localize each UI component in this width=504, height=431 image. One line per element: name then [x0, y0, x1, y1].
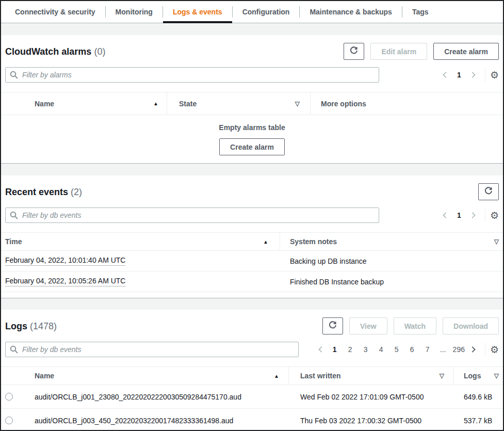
search-icon [10, 71, 18, 81]
log-size-cell: 649.6 kB [454, 393, 503, 401]
tab-connectivity-security[interactable]: Connectivity & security [5, 1, 105, 23]
page-number-button[interactable]: 4 [376, 343, 387, 356]
page-number-button[interactable]: 1 [453, 209, 465, 221]
page-number-button[interactable]: 1 [453, 69, 465, 81]
sortable-icon: ▽ [494, 372, 499, 379]
logs-table: Name ▲ Last written ▽ Logs ▽ audit/ORCLB… [1, 366, 503, 430]
events-count: (2) [71, 187, 82, 197]
column-header-name[interactable]: Name ▲ [1, 92, 167, 115]
event-row: February 04, 2022, 10:05:26 AM UTC Finis… [1, 272, 503, 292]
event-time-cell: February 04, 2022, 10:05:26 AM UTC [1, 277, 280, 286]
page-number-button[interactable]: 2 [345, 343, 356, 356]
alarms-count: (0) [94, 46, 105, 57]
events-refresh-button[interactable] [478, 183, 499, 200]
column-header-last-written[interactable]: Last written ▽ [289, 367, 454, 385]
events-filter [5, 207, 379, 223]
column-header-system-notes[interactable]: System notes ▽ [280, 233, 503, 250]
log-row: audit/ORCLB_j001_23080_20220202220030509… [1, 385, 503, 409]
tab-configuration[interactable]: Configuration [233, 1, 300, 23]
event-time-value[interactable]: February 04, 2022, 10:05:26 AM UTC [5, 277, 125, 286]
edit-alarm-button[interactable]: Edit alarm [370, 43, 427, 60]
event-note-cell: Backing up DB instance [280, 257, 503, 265]
events-section-title: Recent events (2) [5, 183, 82, 198]
sort-ascending-icon: ▲ [153, 101, 158, 106]
logs-title-text: Logs [5, 321, 27, 331]
selection-column-header [1, 367, 22, 385]
sortable-icon: ▽ [494, 238, 499, 245]
logs-section: Logs (1478) View Watch Download [1, 310, 503, 430]
previous-page-icon[interactable] [439, 209, 451, 221]
logs-filter-input[interactable] [5, 342, 299, 357]
view-log-button[interactable]: View [349, 317, 387, 334]
logs-section-title: Logs (1478) [5, 317, 57, 332]
next-page-icon[interactable] [467, 209, 479, 221]
tab-logs-events[interactable]: Logs & events [163, 1, 232, 23]
alarms-section-title: CloudWatch alarms (0) [5, 43, 105, 57]
log-select-cell [1, 417, 22, 424]
column-header-state[interactable]: State ▽ [167, 92, 311, 115]
events-title-text: Recent events [5, 187, 68, 197]
page-number-button[interactable]: 1 [329, 343, 340, 356]
create-alarm-button[interactable]: Create alarm [433, 43, 499, 60]
log-last-written-cell: Wed Feb 02 2022 17:01:09 GMT-0500 [289, 393, 454, 401]
sort-ascending-icon: ▲ [274, 373, 279, 379]
event-time-value[interactable]: February 04, 2022, 10:01:40 AM UTC [5, 256, 125, 266]
column-header-logs[interactable]: Logs ▽ [454, 367, 503, 385]
rds-detail-page: Connectivity & security Monitoring Logs … [0, 0, 504, 431]
page-ellipsis: ... [437, 343, 449, 356]
event-time-cell: February 04, 2022, 10:01:40 AM UTC [1, 256, 280, 266]
watch-log-button[interactable]: Watch [394, 317, 436, 334]
refresh-icon [350, 46, 358, 56]
column-header-more-options: More options [311, 92, 503, 115]
column-header-name[interactable]: Name ▲ [22, 367, 289, 385]
logs-pagination: 1 2 3 4 5 6 7 ... 296 ⚙ [315, 343, 499, 356]
previous-page-icon[interactable] [439, 69, 451, 81]
row-radio-button[interactable] [5, 393, 13, 401]
settings-gear-icon[interactable]: ⚙ [490, 211, 499, 220]
settings-gear-icon[interactable]: ⚙ [490, 345, 499, 355]
events-table: Time ▲ System notes ▽ February 04, 2022,… [1, 232, 503, 292]
next-page-icon[interactable] [467, 343, 479, 356]
page-number-button[interactable]: 3 [360, 343, 371, 356]
search-icon [10, 345, 18, 355]
pager-divider [485, 209, 485, 222]
page-number-button[interactable]: 5 [391, 343, 402, 356]
download-log-button[interactable]: Download [443, 317, 499, 334]
refresh-icon [329, 321, 337, 331]
sortable-icon: ▽ [295, 100, 300, 107]
events-filter-input[interactable] [5, 207, 379, 223]
empty-create-alarm-button[interactable]: Create alarm [219, 138, 285, 155]
alarms-refresh-button[interactable] [344, 43, 364, 60]
refresh-icon [484, 187, 493, 197]
pager-divider [485, 68, 485, 82]
event-note-cell: Finished DB Instance backup [280, 278, 503, 286]
logs-refresh-button[interactable] [322, 317, 343, 334]
tab-maintenance-backups[interactable]: Maintenance & backups [300, 1, 402, 23]
page-number-button[interactable]: 296 [453, 343, 465, 356]
row-radio-button[interactable] [5, 417, 13, 424]
sort-ascending-icon: ▲ [263, 239, 268, 245]
log-row: audit/ORCLB_j003_450_2022020322001748233… [1, 409, 503, 430]
logs-filter [5, 342, 299, 357]
alarms-filter-input[interactable] [5, 67, 379, 83]
settings-gear-icon[interactable]: ⚙ [490, 70, 499, 80]
alarms-pagination: 1 ⚙ [439, 68, 499, 82]
recent-events-section: Recent events (2) [1, 175, 503, 298]
next-page-icon[interactable] [467, 69, 479, 81]
page-number-button[interactable]: 7 [422, 343, 433, 356]
cloudwatch-alarms-section: CloudWatch alarms (0) Edit alarm Create … [1, 35, 503, 164]
log-name-cell: audit/ORCLB_j001_23080_20220202220030509… [22, 393, 289, 401]
alarms-filter [5, 67, 379, 83]
sortable-icon: ▽ [440, 372, 444, 379]
log-last-written-cell: Thu Feb 03 2022 17:00:32 GMT-0500 [289, 417, 454, 425]
tab-tags[interactable]: Tags [402, 1, 438, 23]
column-header-time[interactable]: Time ▲ [1, 233, 280, 250]
search-icon [10, 211, 18, 221]
log-name-cell: audit/ORCLB_j003_450_2022020322001748233… [22, 417, 289, 425]
event-row: February 04, 2022, 10:01:40 AM UTC Backi… [1, 251, 503, 272]
empty-state-title: Empty alarms table [1, 123, 503, 132]
page-number-button[interactable]: 6 [407, 343, 418, 356]
alarms-empty-state: Empty alarms table Create alarm [1, 115, 503, 155]
tab-monitoring[interactable]: Monitoring [106, 1, 162, 23]
previous-page-icon[interactable] [315, 343, 327, 356]
